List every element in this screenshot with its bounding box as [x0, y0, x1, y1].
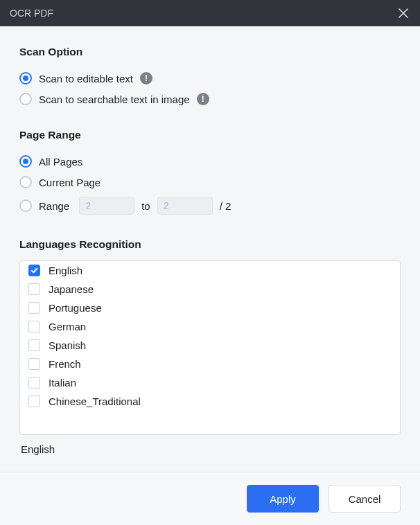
- lang-label: German: [49, 321, 86, 332]
- checkbox-french[interactable]: [28, 358, 40, 370]
- page-range-current[interactable]: Current Page: [19, 172, 401, 193]
- check-icon: [30, 267, 38, 274]
- scan-option-heading: Scan Option: [19, 46, 401, 58]
- lang-label: Italian: [49, 377, 76, 389]
- info-icon[interactable]: !: [197, 93, 209, 105]
- apply-button[interactable]: Apply: [247, 485, 319, 513]
- scan-searchable-label: Scan to searchable text in image: [39, 94, 190, 105]
- lang-label: Chinese_Traditional: [49, 395, 141, 407]
- languages-list[interactable]: English Japanese Portuguese German Spani…: [19, 260, 401, 435]
- scan-option-searchable[interactable]: Scan to searchable text in image !: [19, 89, 401, 109]
- checkbox-spanish[interactable]: [28, 339, 40, 351]
- page-range-heading: Page Range: [19, 129, 401, 141]
- languages-heading: Languages Recognition: [19, 238, 401, 251]
- modal-title: OCR PDF: [10, 8, 53, 19]
- checkbox-japanese[interactable]: [28, 283, 40, 295]
- checkbox-chinese-traditional[interactable]: [28, 395, 40, 407]
- checkbox-italian[interactable]: [28, 377, 40, 389]
- all-pages-label: All Pages: [39, 156, 82, 168]
- list-item[interactable]: French: [20, 355, 400, 373]
- lang-label: French: [49, 358, 81, 370]
- close-icon: [399, 8, 408, 18]
- list-item[interactable]: Portuguese: [20, 299, 400, 317]
- radio-all-pages[interactable]: [19, 155, 32, 168]
- checkbox-german[interactable]: [28, 321, 40, 332]
- list-item[interactable]: English: [20, 261, 400, 280]
- scan-editable-label: Scan to editable text: [39, 73, 133, 84]
- range-to-label: to: [141, 200, 150, 212]
- titlebar: OCR PDF: [0, 0, 420, 26]
- range-total-label: / 2: [220, 200, 231, 212]
- close-button[interactable]: [396, 6, 410, 20]
- list-item[interactable]: Japanese: [20, 280, 400, 299]
- lang-label: Spanish: [49, 339, 86, 351]
- list-item[interactable]: Spanish: [20, 336, 400, 355]
- page-range-custom[interactable]: Range to / 2: [19, 193, 401, 219]
- cancel-button[interactable]: Cancel: [329, 485, 401, 513]
- list-item[interactable]: Chinese_Traditional: [20, 392, 400, 411]
- list-item[interactable]: Italian: [20, 373, 400, 392]
- checkbox-english[interactable]: [28, 265, 40, 276]
- dialog-footer: Apply Cancel: [0, 472, 420, 525]
- lang-label: Portuguese: [49, 302, 102, 314]
- lang-label: English: [49, 265, 82, 276]
- radio-range[interactable]: [19, 199, 32, 212]
- lang-label: Japanese: [49, 283, 94, 295]
- list-item[interactable]: German: [20, 317, 400, 336]
- radio-scan-editable[interactable]: [19, 72, 32, 84]
- selected-languages-summary: English: [19, 435, 401, 455]
- current-page-label: Current Page: [39, 177, 100, 188]
- radio-current-page[interactable]: [19, 176, 32, 188]
- radio-scan-searchable[interactable]: [19, 93, 32, 105]
- scan-option-editable[interactable]: Scan to editable text !: [19, 68, 401, 89]
- range-to-input[interactable]: [157, 197, 213, 215]
- range-label: Range: [39, 200, 69, 212]
- range-from-input[interactable]: [79, 197, 134, 215]
- checkbox-portuguese[interactable]: [28, 302, 40, 314]
- info-icon[interactable]: !: [140, 72, 152, 84]
- page-range-all[interactable]: All Pages: [19, 151, 401, 172]
